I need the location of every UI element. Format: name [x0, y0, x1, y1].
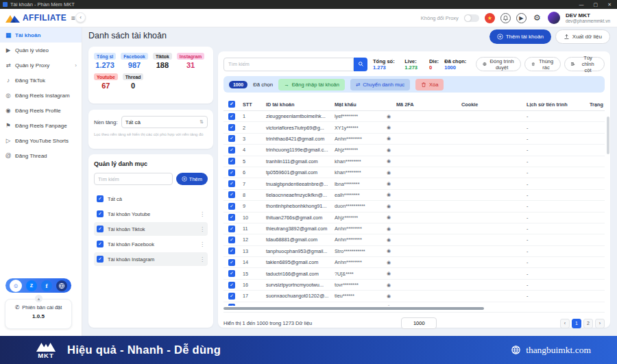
table-row[interactable]: 8 tielaocnneaefmzyclkfkn@... ealh*******… — [223, 190, 605, 201]
table-row[interactable]: 6 tp0559601@gmail.com khan******** ◉ - — [223, 167, 605, 178]
eye-icon[interactable]: ◉ — [387, 147, 391, 153]
sidebar-item[interactable]: ▷ Đăng YouTube Shorts — [0, 133, 82, 148]
row-checkbox[interactable] — [228, 236, 235, 243]
category-item[interactable]: Tài khoản Instagram ⋮ — [94, 252, 208, 266]
menu-toggle-icon[interactable]: ≡ — [71, 14, 75, 22]
row-checkbox[interactable] — [228, 304, 235, 306]
export-data-button[interactable]: Xuất dữ liệu — [555, 29, 610, 44]
next-page-button[interactable]: › — [595, 319, 605, 328]
row-checkbox[interactable] — [228, 203, 235, 210]
minimize-button[interactable]: — — [579, 0, 584, 9]
search-button[interactable] — [354, 58, 367, 71]
category-item[interactable]: Tài khoản Tiktok ⋮ — [94, 222, 208, 236]
table-search-input[interactable] — [223, 58, 354, 71]
login-accounts-button[interactable]: → Đăng nhập tài khoản — [278, 79, 345, 90]
eye-icon[interactable]: ◉ — [387, 192, 391, 197]
checkbox-checked-icon[interactable] — [97, 210, 104, 217]
row-checkbox[interactable] — [228, 113, 235, 120]
more-options-icon[interactable]: ⋮ — [199, 226, 205, 232]
row-checkbox[interactable] — [228, 214, 235, 221]
sidebar-item[interactable]: ▦ Tài khoản — [0, 27, 82, 43]
zalo-icon[interactable]: Z — [26, 280, 37, 291]
category-item[interactable]: Tài khoản Facebook ⋮ — [94, 237, 208, 251]
eye-icon[interactable]: ◉ — [387, 170, 391, 175]
table-row[interactable]: 13 tanphuocphan953@gmail... Stro********… — [223, 246, 605, 257]
page-number-button[interactable]: 2 — [583, 319, 593, 328]
close-button[interactable]: ✕ — [607, 0, 612, 9]
column-header-id[interactable]: ID tài khoản — [263, 101, 332, 108]
table-row[interactable]: 15 taductri166@gmail.com ?U[&**** ◉ - — [223, 268, 605, 279]
move-category-button[interactable]: ⇄ Chuyển danh mục — [350, 79, 410, 90]
checkbox-checked-icon[interactable] — [97, 195, 104, 202]
eye-icon[interactable]: ◉ — [387, 226, 391, 232]
eye-icon[interactable]: ◉ — [387, 114, 391, 119]
checkbox-checked-icon[interactable] — [97, 241, 104, 247]
support-icon[interactable]: ☺ — [10, 280, 22, 292]
facebook-icon[interactable]: f — [41, 280, 52, 291]
sidebar-item[interactable]: ▶ Quản lý video — [0, 43, 82, 58]
column-header-password[interactable]: Mật khẩu — [332, 101, 394, 108]
row-checkbox[interactable] — [228, 180, 235, 187]
sidebar-item[interactable]: ◉ Đăng Reels Profile — [0, 103, 82, 118]
add-account-button[interactable]: Thêm tài khoản — [489, 29, 551, 44]
column-header-2fa[interactable]: Mã 2FA — [394, 101, 459, 108]
table-row[interactable]: 4 trinhcuong1199e@gmail.c... Ahjz*******… — [223, 145, 605, 156]
table-row[interactable]: 10 thituan2766s@gmail.com Ahjz******* ◉ … — [223, 213, 605, 223]
row-checkbox[interactable] — [228, 158, 235, 165]
settings-gear-icon[interactable]: ⚙ — [532, 13, 542, 23]
globe-icon[interactable] — [56, 280, 67, 291]
column-header-stt[interactable]: STT — [240, 101, 263, 108]
row-checkbox[interactable] — [228, 169, 235, 176]
eye-icon[interactable]: ◉ — [387, 282, 391, 288]
sidebar-item[interactable]: ◎ Đăng Reels Instagram — [0, 88, 82, 103]
row-checkbox[interactable] — [228, 259, 235, 266]
sidebar-collapse-button[interactable]: ‹ — [75, 12, 86, 23]
row-checkbox[interactable] — [228, 191, 235, 198]
column-header-history[interactable]: Lịch sử tiến trình — [524, 101, 587, 108]
eye-icon[interactable]: ◉ — [387, 125, 391, 130]
row-checkbox[interactable] — [228, 247, 235, 254]
eye-icon[interactable]: ◉ — [387, 248, 391, 254]
table-row[interactable]: 7 tnuaigbpndentieeatnbre@... lbna*******… — [223, 178, 605, 189]
table-row[interactable]: 2 victoriaflores7iutrp69@g... XY1y******… — [223, 122, 605, 133]
add-category-button[interactable]: Thêm — [176, 173, 208, 185]
eye-icon[interactable]: ◉ — [387, 204, 391, 209]
table-row[interactable]: 3 trinhthao8421@gmail.com Anhn******** ◉… — [223, 134, 605, 145]
more-options-icon[interactable]: ⋮ — [199, 256, 205, 263]
row-checkbox[interactable] — [228, 135, 235, 142]
sidebar-item[interactable]: ⚑ Đăng Reels Fanpage — [0, 118, 82, 133]
table-row[interactable]: 1 zieuggneenlamtboimeihk... lyef********… — [223, 111, 605, 122]
row-checkbox[interactable] — [228, 147, 235, 154]
eye-icon[interactable]: ◉ — [387, 136, 391, 141]
eye-icon[interactable]: ◉ — [387, 271, 391, 276]
checkbox-checked-icon[interactable] — [97, 226, 104, 232]
table-row[interactable]: 16 survsiztpyortncmyootwu... tovr*******… — [223, 280, 605, 291]
close-browser-button[interactable]: Đóng trình duyệt — [476, 57, 521, 71]
bell-icon[interactable] — [500, 13, 511, 23]
select-all-checkbox[interactable] — [228, 101, 235, 108]
eye-icon[interactable]: ◉ — [387, 260, 391, 265]
category-search-input[interactable] — [94, 173, 173, 185]
customize-columns-button[interactable]: Tùy chỉnh cột — [564, 57, 605, 71]
row-checkbox[interactable] — [228, 270, 235, 277]
row-checkbox[interactable] — [228, 226, 235, 232]
eye-icon[interactable]: ◉ — [387, 293, 391, 299]
page-number-button[interactable]: 1 — [572, 319, 581, 328]
eye-icon[interactable]: ◉ — [387, 181, 391, 186]
language-flag-icon[interactable]: ★ — [485, 13, 495, 23]
user-avatar[interactable] — [548, 12, 560, 24]
table-row[interactable]: 14 takien6895@gmail.com Anhn******** ◉ - — [223, 257, 605, 268]
horizontal-scrollbar[interactable] — [223, 306, 605, 311]
category-item[interactable]: Tài khoản Youtube ⋮ — [94, 207, 208, 221]
column-header-cookie[interactable]: Cookie — [459, 101, 524, 108]
page-size-input[interactable] — [401, 317, 437, 329]
more-options-icon[interactable]: ⋮ — [199, 211, 205, 217]
maximize-button[interactable]: ▢ — [594, 0, 598, 9]
proxy-toggle[interactable] — [464, 14, 479, 22]
more-options-icon[interactable]: ⋮ — [199, 241, 205, 247]
eye-icon[interactable]: ◉ — [387, 158, 391, 164]
play-tutorial-icon[interactable]: ▶ — [516, 13, 527, 23]
table-row[interactable]: 9 thontinhphebonhkhong91... duon********… — [223, 201, 605, 212]
footer-website[interactable]: thangbuimkt.com — [511, 345, 591, 356]
trash-button[interactable]: Thùng rác — [524, 57, 561, 71]
